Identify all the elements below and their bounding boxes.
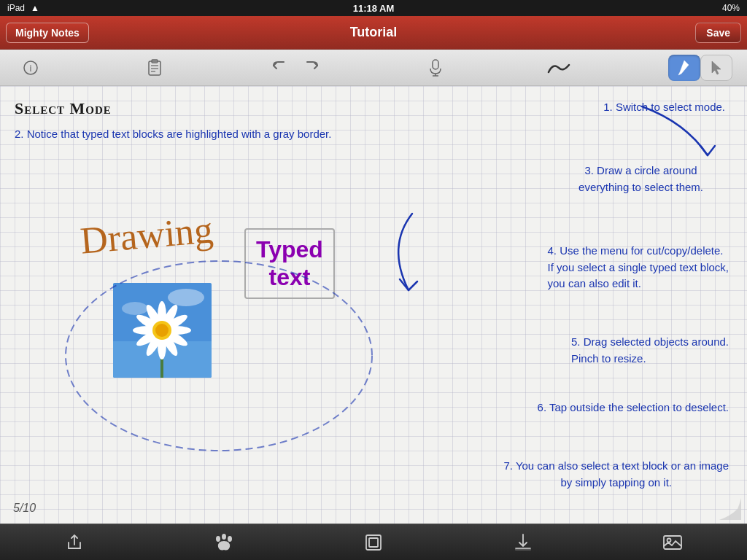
instruction-5: 5. Drag selected objects around. Pinch t… [571, 334, 729, 367]
instruction-2: 2. Notice that typed text blocks are hig… [15, 126, 331, 143]
tutorial-title: Tutorial [350, 25, 398, 40]
save-button[interactable]: Save [695, 23, 741, 43]
svg-point-30 [216, 536, 220, 542]
typed-text-block: Typed text [244, 228, 335, 299]
squiggle-icon[interactable] [544, 55, 576, 81]
svg-rect-33 [366, 535, 381, 550]
battery-label: 40% [722, 3, 740, 13]
download-icon[interactable] [507, 528, 539, 557]
mighty-notes-button[interactable]: Mighty Notes [6, 23, 89, 43]
ipad-label: iPad [7, 3, 25, 13]
info-icon[interactable]: i [15, 55, 47, 81]
svg-text:i: i [30, 63, 32, 74]
flower-image [113, 283, 212, 378]
instruction-3: 3. Draw a circle around everything to se… [578, 163, 703, 195]
page-number: 5/10 [13, 502, 36, 515]
cursor-icon[interactable] [700, 55, 732, 81]
redo-icon[interactable] [295, 55, 328, 81]
svg-rect-36 [664, 536, 681, 549]
svg-point-37 [667, 538, 670, 542]
pen-icon[interactable] [668, 55, 700, 81]
instruction-4: 4. Use the menu for cut/copy/delete. If … [548, 243, 729, 292]
typed-text-content: Typed text [256, 236, 323, 292]
page-curl [719, 498, 741, 520]
paw-icon[interactable] [208, 528, 240, 557]
svg-rect-7 [433, 60, 438, 69]
photos-icon[interactable] [657, 528, 689, 557]
undo-icon[interactable] [263, 55, 295, 81]
svg-point-13 [122, 302, 148, 315]
wifi-icon: ▲ [31, 3, 39, 13]
svg-rect-34 [369, 538, 378, 547]
status-right: 40% [722, 3, 740, 13]
bottom-bar [0, 524, 747, 560]
microphone-icon[interactable] [419, 55, 452, 81]
title-bar: Mighty Notes Tutorial Save [0, 16, 747, 50]
instruction-6: 6. Tap outside the selection to deselect… [538, 400, 729, 416]
svg-point-28 [155, 324, 169, 337]
instruction-7: 7. You can also select a text block or a… [503, 458, 729, 491]
svg-point-31 [222, 534, 226, 540]
status-time: 11:18 AM [353, 3, 395, 14]
instruction-1: 1. Switch to select mode. [603, 99, 725, 116]
toolbar: i [0, 50, 747, 86]
share-icon[interactable] [58, 528, 90, 557]
svg-point-32 [228, 536, 232, 542]
clipboard-icon[interactable] [139, 55, 171, 81]
select-mode-title: Select Mode [15, 99, 112, 118]
frame-icon[interactable] [357, 528, 390, 557]
status-bar: iPad ▲ 11:18 AM 40% [0, 0, 747, 16]
drawing-label: Drawing [79, 208, 214, 262]
svg-point-12 [168, 289, 204, 306]
note-area: Select Mode 1. Switch to select mode. 2.… [0, 86, 747, 524]
status-left: iPad ▲ [7, 3, 39, 13]
